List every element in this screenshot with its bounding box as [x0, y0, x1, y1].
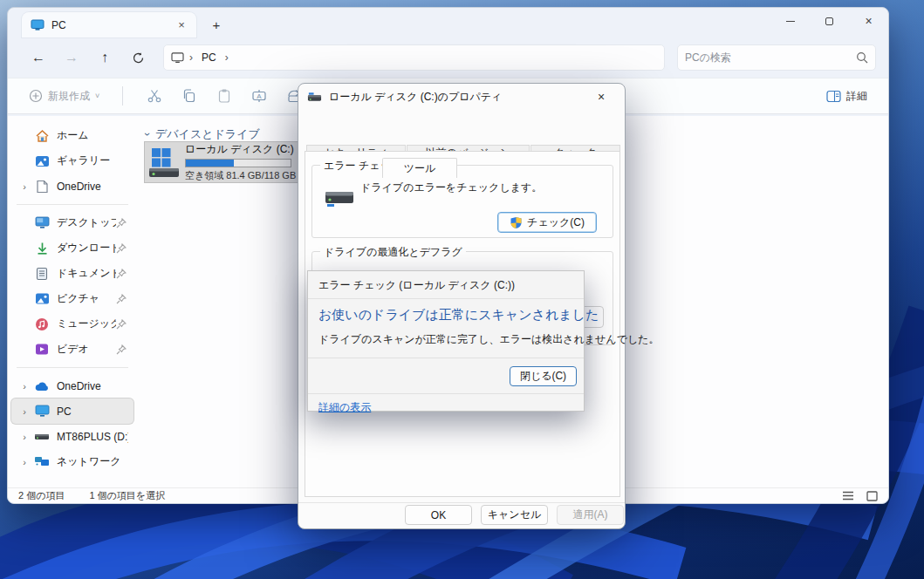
explorer-tab-pc[interactable]: PC × [22, 12, 196, 37]
forward-icon[interactable]: → [57, 44, 86, 71]
sidebar-item-onedrive-top[interactable]: › OneDrive [11, 174, 133, 199]
capacity-bar [185, 159, 291, 167]
sidebar-item-label: ピクチャ [57, 291, 116, 306]
apply-label: 適用(A) [573, 507, 608, 522]
chevron-right-icon[interactable]: › [18, 432, 31, 442]
copy-button[interactable] [174, 82, 205, 110]
pin-icon [116, 344, 128, 355]
sidebar-item-label: MT86PLUS (D:) [57, 431, 128, 443]
breadcrumb[interactable]: › PC › [163, 44, 665, 71]
sidebar-item-onedrive[interactable]: › OneDrive [11, 373, 133, 398]
chevron-down-icon[interactable]: › [141, 133, 154, 136]
pin-icon [116, 294, 128, 304]
gallery-icon [34, 153, 50, 169]
sidebar-item-network[interactable]: › ネットワーク [11, 449, 133, 474]
properties-titlebar: ローカル ディスク (C:)のプロパティ × [298, 84, 625, 110]
cancel-button[interactable]: キャンセル [481, 505, 548, 525]
chevron-right-icon[interactable]: › [18, 181, 31, 192]
scan-heading: お使いのドライブは正常にスキャンされました [308, 299, 584, 324]
home-icon [34, 128, 50, 144]
sidebar-item-home[interactable]: ホーム [11, 123, 133, 148]
sidebar-item-documents[interactable]: ドキュメント [11, 261, 133, 286]
download-icon [34, 241, 50, 256]
desktop-icon [34, 215, 50, 231]
drive-icon [325, 187, 354, 209]
new-tab-button[interactable]: + [205, 14, 228, 35]
chevron-right-icon[interactable]: › [18, 381, 31, 392]
cut-icon [147, 88, 162, 104]
ok-label: OK [431, 509, 446, 521]
address-bar-row: ← → ↑ › PC › [8, 37, 888, 78]
capacity-bar-fill [186, 160, 234, 167]
sidebar-item-pc[interactable]: › PC [11, 398, 133, 424]
free-space-label: 空き領域 81.4 GB/118 GB [185, 169, 297, 182]
drive-tile-local-disk-c[interactable]: ローカル ディスク (C:) 空き領域 81.4 GB/118 GB [145, 142, 300, 182]
breadcrumb-item-pc[interactable]: PC [198, 50, 220, 65]
rename-button[interactable]: A [243, 82, 275, 110]
show-details-link[interactable]: 詳細の表示 [318, 401, 371, 413]
apply-button[interactable]: 適用(A) [557, 505, 624, 525]
maximize-button[interactable] [810, 8, 849, 34]
documents-icon [34, 266, 50, 282]
sidebar-item-downloads[interactable]: ダウンロード [11, 235, 133, 261]
tab-close-icon[interactable]: × [174, 17, 189, 33]
chevron-right-icon[interactable]: › [18, 406, 31, 417]
sidebar-item-mt86plus-d[interactable]: › MT86PLUS (D:) [11, 424, 133, 449]
pin-icon [116, 243, 128, 254]
new-item-button[interactable]: 新規作成 ˅ [22, 85, 106, 108]
close-scan-button[interactable]: 閉じる(C) [510, 366, 577, 386]
windows-drive-icon [148, 146, 180, 179]
videos-icon [34, 342, 50, 358]
pin-icon [116, 218, 128, 228]
search-icon [856, 51, 868, 64]
search-input[interactable] [685, 51, 856, 64]
section-devices-and-drives[interactable]: › デバイスとドライブ [146, 126, 260, 142]
details-label: 詳細 [846, 89, 867, 104]
list-view-icon[interactable] [842, 491, 854, 501]
details-pane-button[interactable]: 詳細 [819, 85, 874, 108]
sidebar-item-videos[interactable]: ビデオ [11, 337, 133, 362]
ok-button[interactable]: OK [405, 505, 472, 525]
drive-name: ローカル ディスク (C:) [185, 142, 297, 157]
sidebar-item-music[interactable]: ミュージック [11, 311, 133, 337]
new-item-label: 新規作成 [48, 89, 90, 104]
check-button[interactable]: チェック(C) [497, 212, 597, 233]
chevron-right-icon: › [189, 51, 193, 64]
sidebar-item-desktop[interactable]: デスクトップ [11, 210, 133, 235]
pictures-icon [34, 291, 50, 307]
cut-button[interactable] [139, 82, 170, 110]
back-icon[interactable]: ← [24, 44, 53, 71]
sidebar-divider [17, 204, 128, 205]
pin-icon [116, 269, 128, 279]
monitor-icon [31, 19, 44, 31]
sidebar-divider [17, 367, 128, 368]
sidebar-item-pictures[interactable]: ピクチャ [11, 286, 133, 311]
sidebar-item-gallery[interactable]: ギャラリー [11, 148, 133, 174]
window-caption-controls: × [770, 8, 888, 34]
sidebar-item-label: OneDrive [57, 181, 128, 193]
selected-count: 1 個の項目を選択 [89, 489, 165, 502]
copy-icon [181, 88, 197, 104]
navigation-pane: ホーム ギャラリー › [8, 116, 137, 487]
refresh-icon[interactable] [123, 44, 153, 71]
chevron-right-icon[interactable]: › [18, 457, 31, 467]
close-scan-label: 閉じる(C) [520, 369, 566, 384]
close-icon[interactable]: × [586, 86, 616, 107]
footer-divider [298, 502, 625, 503]
tab-tools[interactable]: ツール [382, 158, 457, 178]
document-icon [34, 179, 50, 194]
drive-icon [307, 92, 322, 103]
up-icon[interactable]: ↑ [90, 44, 120, 71]
plus-circle-icon [29, 89, 43, 103]
chevron-down-icon: ˅ [95, 92, 99, 100]
rename-icon: A [251, 88, 267, 104]
tab-title: PC [51, 19, 174, 31]
sidebar-item-label: ホーム [57, 128, 128, 143]
sidebar-item-label: デスクトップ [57, 215, 116, 230]
sidebar-item-label: ギャラリー [57, 153, 128, 168]
thumbnail-view-icon[interactable] [866, 491, 878, 501]
paste-button[interactable] [209, 82, 240, 110]
minimize-button[interactable] [770, 8, 810, 34]
search-box[interactable] [677, 44, 876, 71]
close-button[interactable]: × [849, 8, 888, 34]
